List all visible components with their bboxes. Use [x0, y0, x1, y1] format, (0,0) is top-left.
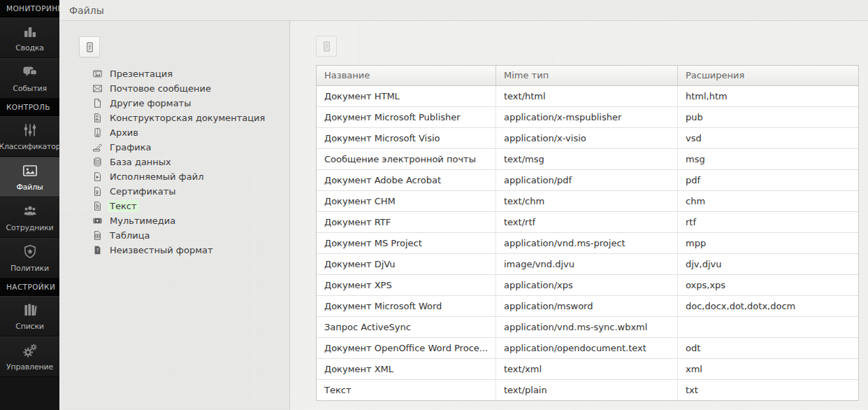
table-row[interactable]: Документ OpenOffice Word Proce... applic…: [317, 337, 858, 358]
cell-extensions: odt: [677, 338, 858, 358]
tree-item[interactable]: Графика: [92, 140, 289, 155]
shield-icon: [21, 243, 39, 260]
table-toolbar-button[interactable]: [316, 36, 337, 57]
sidebar-item[interactable]: Списки: [0, 296, 59, 337]
sidebar-item[interactable]: Сводка: [0, 17, 59, 58]
tree-item[interactable]: База данных: [92, 155, 289, 169]
table-row[interactable]: Документ RTF text/rtf rtf: [317, 211, 858, 232]
tree-item-label: Неизвестный формат: [108, 244, 215, 256]
table-row[interactable]: Документ XPS application/xps oxps,xps: [317, 274, 858, 295]
database-icon: [92, 157, 103, 167]
tree-item[interactable]: Презентация: [92, 66, 289, 81]
envelope-icon: [92, 83, 103, 94]
file-types-table: Название Mime тип Расширения Документ HT…: [316, 65, 859, 401]
table-row[interactable]: Сообщение электронной почты text/msg msg: [317, 148, 858, 169]
sidebar-item[interactable]: Классификатор: [0, 116, 59, 157]
people-icon: [21, 203, 39, 220]
table-row[interactable]: Документ CHM text/chm chm: [317, 190, 858, 211]
sidebar-item-label: Управление: [6, 362, 53, 372]
tree-item[interactable]: Архив: [92, 125, 289, 140]
cell-name: Документ XML: [317, 359, 496, 379]
cell-mime: application/x-visio: [496, 128, 677, 148]
table-row[interactable]: Текст text/plain txt: [317, 379, 858, 400]
sidebar-section-header: НАСТРОЙКИ: [0, 278, 59, 296]
sidebar-item-label: Сводка: [15, 43, 44, 52]
tree-item-label: Сертификаты: [108, 185, 178, 197]
cell-mime: text/chm: [496, 191, 677, 211]
topbar: Файлы: [59, 0, 868, 21]
table-row[interactable]: Документ Microsoft Visio application/x-v…: [317, 127, 858, 148]
cell-name: Документ MS Project: [317, 233, 496, 253]
cell-name: Документ OpenOffice Word Proce...: [317, 338, 496, 358]
sidebar-item-label: События: [13, 84, 47, 93]
tree-toolbar-button[interactable]: [79, 36, 100, 57]
tree-item-label: Почтовое сообщение: [108, 83, 213, 94]
table-header: Название Mime тип Расширения: [317, 66, 858, 86]
cell-extensions: html,htm: [677, 86, 858, 106]
tree-item[interactable]: Конструкторская документация: [92, 111, 289, 125]
tree-item[interactable]: Исполняемый файл: [92, 169, 289, 184]
table-row[interactable]: Документ HTML text/html html,htm: [317, 86, 858, 106]
cell-mime: application/x-mspublisher: [496, 107, 677, 127]
presentation-icon: [92, 69, 103, 79]
cell-name: Документ XPS: [317, 275, 496, 295]
sidebar-section: НАСТРОЙКИ Списки Управление: [0, 278, 59, 377]
sidebar-item[interactable]: Сотрудники: [0, 197, 59, 238]
cell-mime: text/rtf: [496, 212, 677, 232]
cell-mime: text/html: [496, 86, 677, 106]
drawing-doc-icon: [92, 113, 103, 123]
sidebar-item[interactable]: Файлы: [0, 157, 59, 197]
cell-name: Запрос ActiveSync: [317, 317, 496, 337]
sidebar-item-label: Сотрудники: [6, 223, 53, 232]
cell-extensions: doc,docx,dot,dotx,docm: [677, 296, 858, 316]
tree-item[interactable]: Таблица: [92, 228, 289, 243]
content: Презентация Почтовое сообщение Другие фо…: [59, 21, 868, 410]
sidebar-section-header: КОНТРОЛЬ: [0, 99, 59, 116]
sidebar: МОНИТОРИНГ Сводка События КОНТРОЛЬ: [0, 0, 59, 410]
cell-mime: application/pdf: [496, 170, 677, 190]
chat-icon: [21, 64, 39, 80]
column-header[interactable]: Mime тип: [496, 66, 677, 85]
cell-mime: application/vnd.ms-project: [496, 233, 677, 253]
table-row[interactable]: Документ DjVu image/vnd.djvu djv,djvu: [317, 253, 858, 274]
tree-item[interactable]: Текст: [92, 199, 289, 213]
sidebar-item[interactable]: Управление: [0, 337, 59, 377]
page-title: Файлы: [69, 5, 104, 16]
table-doc-icon: [92, 230, 103, 241]
tree-item[interactable]: Сертификаты: [92, 184, 289, 199]
sidebar-item[interactable]: События: [0, 58, 59, 99]
column-header[interactable]: Название: [317, 66, 496, 85]
tree-item[interactable]: Почтовое сообщение: [92, 81, 289, 96]
cell-extensions: vsd: [677, 128, 858, 148]
blank-doc-icon: [92, 98, 103, 108]
tree-item-label: Исполняемый файл: [108, 171, 205, 183]
cell-mime: application/msword: [496, 296, 677, 316]
table-row[interactable]: Документ XML text/xml xml: [317, 358, 858, 379]
cell-name: Документ Microsoft Word: [317, 296, 496, 316]
tree-item[interactable]: Мультимедиа: [92, 213, 289, 228]
cell-extensions: mpp: [677, 233, 858, 253]
cell-name: Документ CHM: [317, 191, 496, 211]
table-row[interactable]: Документ Adobe Acrobat application/pdf p…: [317, 169, 858, 190]
tree-item-label: Графика: [108, 141, 154, 153]
table-row[interactable]: Запрос ActiveSync application/vnd.ms-syn…: [317, 316, 858, 337]
archive-icon: [92, 127, 103, 138]
column-header[interactable]: Расширения: [677, 66, 858, 85]
doc-list-icon: [321, 41, 333, 52]
file-types-panel: Название Mime тип Расширения Документ HT…: [290, 21, 868, 410]
unknown-doc-icon: ?: [92, 245, 103, 255]
table-row[interactable]: Документ MS Project application/vnd.ms-p…: [317, 232, 858, 253]
cell-name: Текст: [317, 380, 496, 400]
tree-item[interactable]: Другие форматы: [92, 96, 289, 111]
sliders-icon: [21, 122, 39, 139]
cell-mime: text/xml: [496, 359, 677, 379]
sidebar-item-label: Списки: [15, 322, 44, 331]
sidebar-item[interactable]: Политики: [0, 238, 59, 278]
sidebar-section: КОНТРОЛЬ Классификатор Файлы: [0, 99, 59, 278]
table-row[interactable]: Документ Microsoft Word application/mswo…: [317, 295, 858, 316]
certificate-icon: [92, 186, 103, 197]
table-row[interactable]: Документ Microsoft Publisher application…: [317, 106, 858, 127]
gears-icon: [21, 342, 39, 359]
sidebar-item-label: Файлы: [16, 183, 43, 192]
tree-item[interactable]: ? Неизвестный формат: [92, 243, 289, 257]
